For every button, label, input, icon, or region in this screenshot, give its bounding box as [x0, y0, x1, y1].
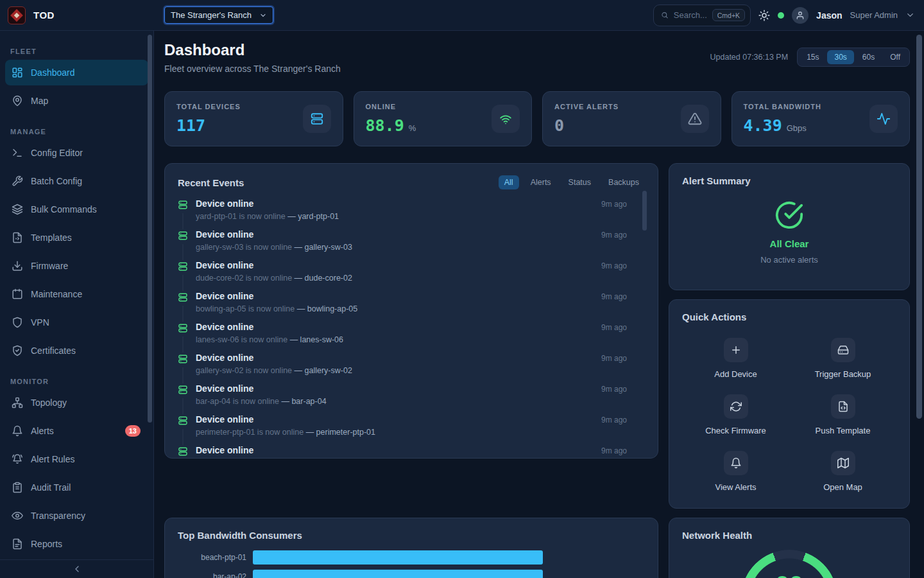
- sidebar-item-bulk-commands[interactable]: Bulk Commands: [5, 197, 148, 222]
- timeline-connector: [182, 367, 184, 383]
- event-item[interactable]: Device onlinebar-ap-04 is now online — b…: [178, 383, 627, 414]
- stat-label: TOTAL BANDWIDTH: [744, 103, 821, 110]
- avatar[interactable]: [792, 7, 809, 24]
- server-icon: [178, 385, 188, 395]
- timeline-connector: [182, 244, 184, 260]
- stat-label: TOTAL DEVICES: [176, 103, 241, 110]
- refresh-interval-control: 15s 30s 60s Off: [797, 48, 910, 67]
- file-icon: [12, 232, 23, 243]
- sidebar-item-alerts[interactable]: Alerts 13: [5, 418, 148, 444]
- sidebar-scrollbar-thumb[interactable]: [148, 35, 152, 423]
- event-time: 9m ago: [601, 323, 627, 353]
- wrench-icon: [12, 175, 23, 187]
- sidebar-item-vpn[interactable]: VPN: [5, 310, 148, 335]
- stat-value: 117: [176, 116, 205, 135]
- refresh-option-off[interactable]: Off: [883, 50, 907, 64]
- server-icon: [178, 323, 188, 333]
- alert-summary-card: Alert Summary All Clear No active alerts: [669, 163, 910, 290]
- nav-section-label: MONITOR: [10, 378, 153, 385]
- sidebar-item-config-editor[interactable]: Config Editor: [5, 140, 148, 166]
- timeline-connector: [182, 337, 184, 353]
- main-scrollbar-thumb[interactable]: [916, 35, 922, 419]
- event-time: 9m ago: [601, 385, 627, 414]
- sidebar-item-map[interactable]: Map: [5, 88, 148, 114]
- stats-row: TOTAL DEVICES 117 ONLINE 88.9% ACTIVE AL…: [164, 91, 910, 146]
- sidebar-item-dashboard[interactable]: Dashboard: [5, 60, 148, 85]
- layers-icon: [12, 204, 23, 215]
- event-item[interactable]: Device onlinelanes-sw-06 is now online —…: [178, 322, 627, 353]
- user-menu-chevron-icon[interactable]: [905, 10, 915, 20]
- sidebar-item-audit-trail[interactable]: Audit Trail: [5, 475, 148, 500]
- event-item[interactable]: Device onlinegallery-sw-03 is now online…: [178, 229, 627, 260]
- open-map-button[interactable]: Open Map: [789, 451, 896, 492]
- sidebar-item-label: Audit Trail: [31, 482, 71, 493]
- timeline-connector: [182, 398, 184, 414]
- event-item[interactable]: Device onlineyard-ptp-01 is now online —…: [178, 198, 627, 229]
- hard-drive-icon: [837, 344, 849, 356]
- event-item[interactable]: Device onlineperimeter-ptp-01 is now onl…: [178, 414, 627, 445]
- push-template-button[interactable]: Push Template: [789, 394, 896, 435]
- server-icon: [178, 292, 188, 302]
- sidebar-item-reports[interactable]: Reports: [5, 531, 148, 557]
- download-icon: [12, 260, 23, 272]
- event-item[interactable]: Device online 9m ago: [178, 445, 627, 459]
- tab-all[interactable]: All: [499, 175, 519, 189]
- stat-card-online: ONLINE 88.9%: [354, 91, 533, 146]
- dashboard-icon: [12, 67, 23, 78]
- sidebar-collapse-button[interactable]: [0, 559, 153, 578]
- sidebar-item-templates[interactable]: Templates: [5, 225, 148, 250]
- timeline-connector: [182, 213, 184, 229]
- sidebar-item-certificates[interactable]: Certificates: [5, 338, 148, 363]
- theme-toggle-button[interactable]: [758, 10, 770, 21]
- refresh-option-30s[interactable]: 30s: [827, 50, 853, 64]
- sidebar-item-label: Bulk Commands: [31, 204, 97, 215]
- bar-label: bar-ap-02: [178, 572, 253, 578]
- refresh-option-15s[interactable]: 15s: [800, 50, 826, 64]
- bell-icon: [730, 457, 742, 469]
- file-text-icon: [12, 538, 23, 550]
- events-list: Device onlineyard-ptp-01 is now online —…: [178, 198, 645, 459]
- search-input[interactable]: Search... Cmd+K: [653, 4, 751, 26]
- sidebar-item-alert-rules[interactable]: Alert Rules: [5, 446, 148, 472]
- check-circle-icon: [774, 200, 804, 230]
- sidebar-item-firmware[interactable]: Firmware: [5, 253, 148, 279]
- sidebar-item-maintenance[interactable]: Maintenance: [5, 281, 148, 307]
- tab-status[interactable]: Status: [563, 175, 597, 189]
- add-device-button[interactable]: Add Device: [682, 338, 789, 379]
- bandwidth-chart-card: Top Bandwidth Consumers beach-ptp-01 bar…: [164, 518, 658, 578]
- stat-label: ACTIVE ALERTS: [554, 103, 619, 110]
- bar: [253, 570, 543, 578]
- eye-icon: [12, 510, 23, 521]
- chevron-left-icon: [72, 564, 82, 574]
- tab-backups[interactable]: Backups: [603, 175, 645, 189]
- sidebar-item-batch-config[interactable]: Batch Config: [5, 168, 148, 194]
- server-icon: [178, 354, 188, 364]
- server-icon: [178, 261, 188, 272]
- shield-icon: [12, 317, 23, 328]
- chevron-down-icon: [259, 12, 267, 19]
- timeline-connector: [182, 275, 184, 291]
- search-placeholder: Search...: [674, 10, 707, 20]
- view-alerts-button[interactable]: View Alerts: [682, 451, 789, 492]
- page-subtitle: Fleet overview across The Stranger's Ran…: [164, 64, 341, 74]
- refresh-option-60s[interactable]: 60s: [855, 50, 882, 64]
- sidebar-item-label: Map: [31, 96, 48, 106]
- sidebar-item-transparency[interactable]: Transparency: [5, 503, 148, 529]
- bandwidth-bar-chart: beach-ptp-01 bar-ap-02: [178, 550, 645, 578]
- event-item[interactable]: Device onlinebowling-ap-05 is now online…: [178, 291, 627, 322]
- event-item[interactable]: Device onlinedude-core-02 is now online …: [178, 260, 627, 291]
- topbar: TOD The Stranger's Ranch Search... Cmd+K…: [0, 0, 924, 31]
- tab-alerts[interactable]: Alerts: [525, 175, 557, 189]
- site-selector[interactable]: The Stranger's Ranch: [164, 6, 273, 24]
- event-time: 9m ago: [601, 261, 627, 291]
- sidebar-item-topology[interactable]: Topology: [5, 390, 148, 416]
- trigger-backup-button[interactable]: Trigger Backup: [789, 338, 896, 379]
- sidebar-item-label: Alerts: [31, 426, 54, 436]
- check-firmware-button[interactable]: Check Firmware: [682, 394, 789, 435]
- event-time: 9m ago: [601, 292, 627, 322]
- event-item[interactable]: Device onlinegallery-sw-02 is now online…: [178, 353, 627, 383]
- events-scrollbar-thumb[interactable]: [642, 191, 647, 231]
- quick-actions-title: Quick Actions: [682, 311, 896, 322]
- nav-section-label: FLEET: [10, 48, 153, 55]
- sidebar-item-label: VPN: [31, 317, 49, 328]
